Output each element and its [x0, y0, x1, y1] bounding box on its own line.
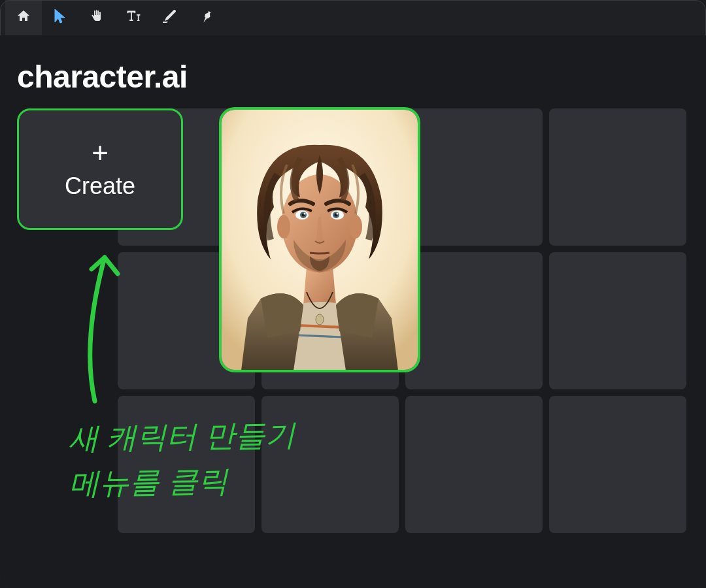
- top-toolbar: [0, 0, 706, 35]
- grid-cell: [261, 396, 399, 533]
- svg-point-12: [337, 213, 339, 215]
- create-button[interactable]: + Create: [17, 108, 183, 230]
- grid-cell: [118, 396, 255, 533]
- grid-cell: [405, 252, 543, 389]
- text-tool[interactable]: [115, 0, 152, 35]
- text-icon: [125, 8, 142, 27]
- svg-point-4: [349, 215, 362, 238]
- draw-tool[interactable]: [152, 0, 188, 35]
- grid-cell: [549, 108, 686, 246]
- pointer-tool[interactable]: [42, 0, 78, 35]
- draw-icon: [161, 8, 178, 27]
- character-card[interactable]: [219, 107, 420, 372]
- canvas[interactable]: character.ai + Create: [0, 35, 706, 588]
- grid-cell: [405, 396, 543, 533]
- grid-cell: [549, 396, 686, 533]
- hand-tool[interactable]: [78, 0, 115, 35]
- home-icon: [16, 8, 31, 27]
- character-portrait: [222, 110, 418, 370]
- home-button[interactable]: [5, 0, 42, 35]
- app-title: character.ai: [17, 59, 188, 95]
- pointer-icon: [53, 8, 67, 27]
- svg-point-1: [316, 314, 324, 325]
- svg-point-3: [277, 215, 290, 238]
- plus-icon: +: [92, 139, 109, 167]
- svg-point-11: [304, 213, 306, 215]
- grid-cell: [549, 252, 686, 389]
- hand-icon: [89, 8, 105, 27]
- grid-cell: [405, 108, 543, 246]
- create-button-label: Create: [65, 172, 135, 200]
- pin-tool[interactable]: [188, 0, 225, 35]
- pin-icon: [199, 8, 214, 27]
